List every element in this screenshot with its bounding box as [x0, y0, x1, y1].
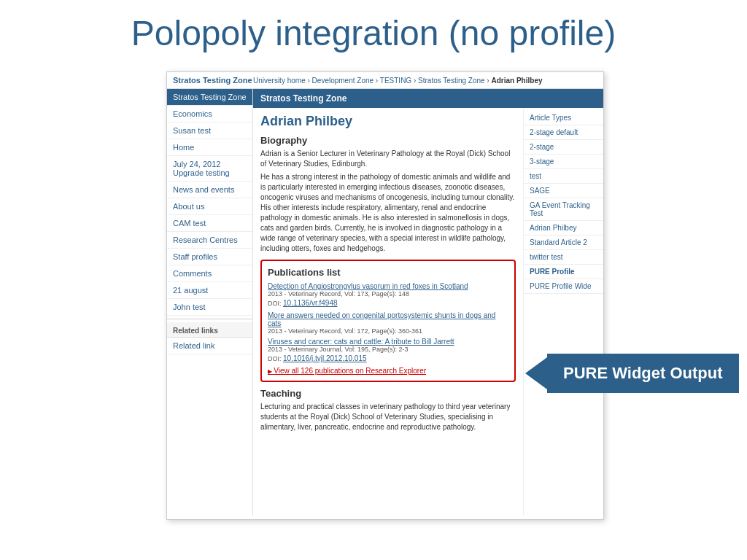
sidebar-related-label: Related links	[167, 322, 252, 338]
teaching-title: Teaching	[260, 388, 516, 399]
main-content: Stratos Testing Zone Adrian Philbey Biog…	[253, 89, 603, 516]
right-nav-2stage[interactable]: 2-stage	[524, 140, 603, 155]
sidebar-item-economics[interactable]: Economics	[167, 106, 252, 122]
view-all-link[interactable]: View all 126 publications on Research Ex…	[268, 367, 508, 375]
pure-widget-container: PURE Widget Output	[525, 354, 747, 393]
breadcrumb-testing[interactable]: TESTING	[380, 77, 411, 85]
bio-para1: Adrian is a Senior Lecturer in Veterinar…	[260, 149, 516, 169]
right-nav-test[interactable]: test	[524, 169, 603, 184]
pub-meta-1: 2013 - Veterinary Record, Vol: 173, Page…	[268, 290, 508, 298]
pub-link-3[interactable]: Viruses and cancer: cats and cattle: A t…	[268, 338, 508, 346]
sidebar-item-research[interactable]: Research Centres	[167, 232, 252, 249]
sidebar: Stratos Testing Zone Economics Susan tes…	[167, 89, 253, 516]
pure-widget-box: PURE Widget Output	[547, 354, 739, 393]
sidebar-item-stratos[interactable]: Stratos Testing Zone	[167, 89, 252, 106]
right-nav-ga-event[interactable]: GA Event Tracking Test	[524, 198, 603, 221]
breadcrumb-devzone[interactable]: Development Zone	[312, 77, 374, 85]
profile-name: Adrian Philbey	[260, 114, 516, 129]
pub-doi-link-1[interactable]: 10.1136/vr.f4948	[283, 299, 338, 307]
breadcrumb-crumbs: University home › Development Zone › TES…	[253, 77, 543, 85]
sidebar-item-about[interactable]: About us	[167, 198, 252, 215]
breadcrumb-stratos[interactable]: Stratos Testing Zone	[418, 77, 485, 85]
sidebar-item-august[interactable]: 21 august	[167, 282, 252, 299]
biography-title: Biography	[260, 135, 516, 146]
sidebar-item-cam[interactable]: CAM test	[167, 215, 252, 232]
pub-doi-link-3[interactable]: 10.1016/j.tvjl.2012.10.015	[283, 354, 367, 362]
publications-title: Publications list	[268, 267, 508, 278]
teaching-text: Lecturing and practical classes in veter…	[260, 402, 516, 432]
sidebar-divider	[167, 319, 252, 319]
pub-doi-1: DOI: 10.1136/vr.f4948	[268, 299, 508, 307]
sidebar-item-july[interactable]: July 24, 2012 Upgrade testing	[167, 156, 252, 182]
breadcrumb-current: Adrian Philbey	[491, 77, 542, 85]
publication-3: Viruses and cancer: cats and cattle: A t…	[268, 338, 508, 362]
sidebar-item-john[interactable]: John test	[167, 299, 252, 316]
right-nav: Article Types 2-stage default 2-stage 3-…	[523, 108, 603, 516]
sidebar-item-home[interactable]: Home	[167, 139, 252, 156]
pub-doi-3: DOI: 10.1016/j.tvjl.2012.10.015	[268, 354, 508, 362]
breadcrumb-bar: Stratos Testing Zone University home › D…	[167, 72, 603, 89]
right-nav-sage[interactable]: SAGE	[524, 184, 603, 198]
publication-2: More answers needed on congenital portos…	[268, 311, 508, 335]
breadcrumb-home[interactable]: University home	[253, 77, 306, 85]
page-title: Polopoly integration (no profile)	[0, 0, 747, 61]
right-nav-adrian[interactable]: Adrian Philbey	[524, 221, 603, 236]
pub-meta-2: 2013 - Veterinary Record, Vol: 172, Page…	[268, 327, 508, 335]
stratos-header: Stratos Testing Zone	[253, 89, 603, 108]
main-inner: Adrian Philbey Biography Adrian is a Sen…	[253, 108, 603, 516]
content-layout: Stratos Testing Zone Economics Susan tes…	[167, 89, 603, 516]
arrow-icon	[525, 357, 547, 389]
sidebar-item-staff[interactable]: Staff profiles	[167, 249, 252, 265]
right-nav-twitter[interactable]: twitter test	[524, 250, 603, 265]
profile-area: Adrian Philbey Biography Adrian is a Sen…	[253, 108, 523, 516]
right-nav-standard-article[interactable]: Standard Article 2	[524, 236, 603, 250]
sidebar-item-related-link[interactable]: Related link	[167, 338, 252, 354]
publications-box: Publications list Detection of Angiostro…	[260, 260, 516, 382]
sidebar-item-comments[interactable]: Comments	[167, 265, 252, 282]
sidebar-item-news[interactable]: News and events	[167, 182, 252, 198]
right-nav-2stage-default[interactable]: 2-stage default	[524, 125, 603, 140]
publication-1: Detection of Angiostrongylus vasorum in …	[268, 282, 508, 307]
pub-link-1[interactable]: Detection of Angiostrongylus vasorum in …	[268, 282, 508, 290]
right-nav-article-types[interactable]: Article Types	[524, 111, 603, 125]
sidebar-item-susan[interactable]: Susan test	[167, 122, 252, 139]
pub-meta-3: 2013 - Veterinary Journal, Vol: 195, Pag…	[268, 346, 508, 353]
bio-para2: He has a strong interest in the patholog…	[260, 172, 516, 254]
pub-link-2[interactable]: More answers needed on congenital portos…	[268, 311, 508, 327]
right-nav-pure-profile[interactable]: PURE Profile	[524, 265, 603, 279]
right-nav-3stage[interactable]: 3-stage	[524, 155, 603, 169]
right-nav-pure-profile-wide[interactable]: PURE Profile Wide	[524, 279, 603, 294]
site-name: Stratos Testing Zone	[173, 76, 253, 85]
screenshot-frame: Stratos Testing Zone University home › D…	[166, 71, 604, 520]
